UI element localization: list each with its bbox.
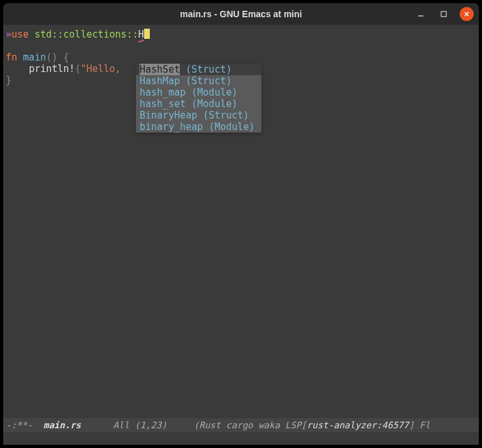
window-controls: [414, 7, 474, 21]
code-line-1: »use std::collections::H: [6, 29, 476, 40]
code-line-3: fn main() {: [6, 52, 476, 63]
close-icon: [463, 10, 471, 18]
completion-item-name: hash_map: [140, 87, 186, 98]
completion-item[interactable]: hash_set (Module): [136, 98, 261, 110]
modeline: -:**- main.rs All (1,23) (Rust cargo wak…: [3, 418, 479, 432]
close-button[interactable]: [460, 7, 474, 21]
completion-item-kind: (Module): [191, 87, 237, 98]
completion-item-name: binary_heap: [140, 121, 203, 133]
completion-item[interactable]: HashSet (Struct): [136, 64, 261, 75]
editor-area[interactable]: »use std::collections::H fn main() { pri…: [3, 25, 479, 418]
completion-item-name: hash_set: [140, 98, 186, 110]
completion-item[interactable]: binary_heap (Module): [136, 121, 261, 133]
completion-item-name: HashMap: [140, 75, 180, 87]
completion-item-kind: (Struct): [186, 64, 231, 75]
completion-item-kind: (Module): [208, 121, 254, 133]
titlebar: main.rs - GNU Emacs at mini: [3, 3, 479, 25]
line-marker: »: [6, 29, 11, 40]
keyword-fn: fn: [6, 52, 17, 63]
completion-item[interactable]: HashMap (Struct): [136, 75, 261, 87]
minimize-button[interactable]: [414, 7, 428, 21]
emacs-window: main.rs - GNU Emacs at mini »use std::co…: [3, 3, 479, 445]
completion-trail: [232, 64, 258, 75]
maximize-icon: [440, 10, 448, 18]
completion-item-name: HashSet: [140, 64, 180, 75]
minibuffer[interactable]: [3, 432, 479, 445]
maximize-button[interactable]: [437, 7, 451, 21]
modeline-status: -:**-: [6, 420, 43, 430]
string-literal: "Hello,: [80, 63, 120, 75]
completion-item[interactable]: BinaryHeap (Struct): [136, 110, 261, 121]
path-segment: std::collections::: [29, 29, 138, 40]
text-cursor: [144, 29, 150, 39]
modeline-position: All (1,23): [81, 420, 194, 430]
modeline-analyzer: rust-analyzer:46577: [307, 420, 409, 430]
macro-call: println!: [29, 63, 75, 75]
modeline-mode-close: ] Fl: [409, 420, 430, 430]
completion-item-kind: (Module): [191, 98, 237, 110]
parens: () {: [46, 52, 69, 63]
window-title: main.rs - GNU Emacs at mini: [180, 9, 302, 19]
code-line-2: [6, 40, 476, 52]
completion-item-name: BinaryHeap: [140, 110, 197, 121]
closing-brace: }: [6, 75, 11, 86]
completion-item-kind: (Struct): [186, 75, 231, 87]
modeline-filename: main.rs: [43, 420, 81, 430]
indent: [6, 63, 29, 75]
minimize-icon: [417, 10, 425, 18]
completion-item-kind: (Struct): [203, 110, 249, 121]
keyword-use: use: [11, 29, 29, 40]
fn-name: main: [17, 52, 46, 63]
completion-item[interactable]: hash_map (Module): [136, 87, 261, 98]
typed-text: H: [138, 29, 144, 40]
svg-rect-1: [441, 11, 446, 17]
completion-popup[interactable]: HashSet (Struct) HashMap (Struct)hash_ma…: [136, 64, 261, 133]
modeline-mode-open: (Rust cargo waka LSP[: [194, 420, 307, 430]
